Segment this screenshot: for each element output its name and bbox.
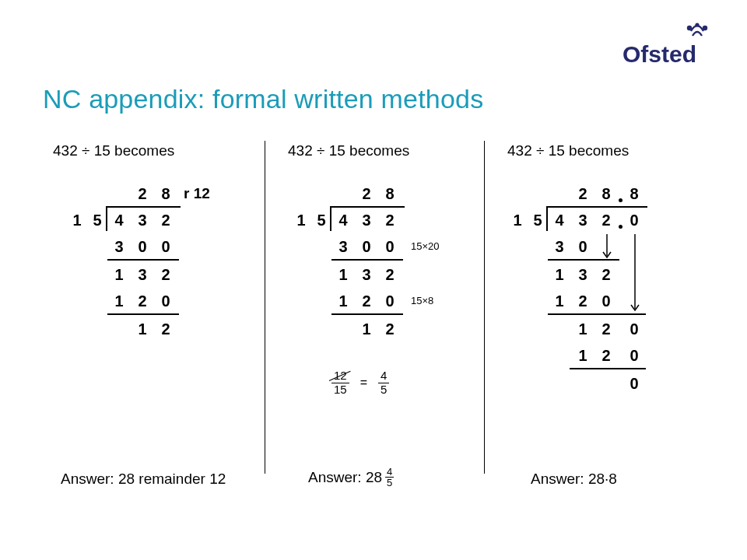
dividend-digit: 4 (549, 208, 570, 233)
frac-top: 4 (378, 369, 389, 383)
q-digit: 2 (132, 181, 153, 206)
side-note: 15×8 (411, 295, 433, 306)
answer-2: Answer: 28 4 5 (308, 467, 394, 488)
work-digit: 3 (109, 234, 129, 259)
work-digit: 0 (573, 234, 593, 259)
work-digit: 1 (333, 262, 353, 287)
divisor-digit: 5 (528, 208, 548, 233)
ans-frac-bot: 5 (387, 478, 392, 488)
dividend-digit: 3 (573, 208, 593, 233)
q-digit: 8 (380, 181, 400, 206)
dividend-digit: 4 (109, 208, 129, 233)
dividend-digit: 2 (380, 208, 400, 233)
heading-1: 432 ÷ 15 becomes (53, 142, 258, 159)
q-digit: 2 (573, 181, 593, 206)
work-digit: 2 (596, 343, 616, 368)
work-digit: 0 (380, 234, 400, 259)
answer-1: Answer: 28 remainder 12 (61, 471, 226, 488)
dividend-digit: 3 (356, 208, 377, 233)
q-digit: 8 (596, 181, 616, 206)
slide-title: NC appendix: formal written methods (43, 84, 483, 114)
work-digit: 3 (573, 262, 593, 287)
divider (265, 141, 265, 474)
work-digit: 0 (156, 234, 176, 259)
method-2: 432 ÷ 15 becomes 2 8 1 5 4 3 2 3 0 0 15×… (265, 136, 484, 502)
work-digit: 3 (132, 262, 153, 287)
divisor-digit: 1 (291, 208, 311, 233)
decimal-dot (619, 225, 622, 229)
work-digit: 2 (380, 317, 400, 341)
remainder-label: r 12 (184, 185, 210, 202)
divisor-digit: 5 (87, 208, 107, 233)
work-digit: 1 (132, 317, 153, 341)
work-digit: 0 (596, 289, 616, 313)
long-division-2: 2 8 1 5 4 3 2 3 0 0 15×20 1 3 2 1 2 0 15… (291, 181, 478, 383)
work-digit: 2 (596, 262, 616, 287)
down-arrow-icon (629, 234, 641, 315)
work-digit: 1 (109, 262, 129, 287)
work-digit: 0 (624, 371, 644, 396)
method-3: 432 ÷ 15 becomes 2 8 8 1 5 4 3 2 0 3 0 1… (484, 136, 708, 502)
work-digit: 1 (356, 317, 377, 341)
down-arrow-icon (601, 234, 613, 261)
work-digit: 0 (380, 289, 400, 313)
content-area: 432 ÷ 15 becomes 2 8 r 12 1 5 4 3 2 3 0 … (47, 136, 708, 502)
frac-bot: 5 (381, 383, 387, 397)
work-digit: 1 (109, 289, 129, 313)
decimal-dot (619, 198, 622, 202)
work-digit: 1 (549, 289, 570, 313)
ans-frac-top: 4 (385, 467, 394, 478)
work-digit: 2 (356, 289, 377, 313)
work-digit: 3 (333, 234, 353, 259)
work-digit: 1 (333, 289, 353, 313)
equals: = (360, 376, 367, 390)
q-digit: 8 (156, 181, 176, 206)
work-digit: 1 (573, 317, 593, 341)
dividend-digit: 2 (156, 208, 176, 233)
work-digit: 3 (356, 262, 377, 287)
fraction-reduction: 12 15 = 4 5 (331, 369, 389, 396)
q-digit: 2 (356, 181, 377, 206)
method-1: 432 ÷ 15 becomes 2 8 r 12 1 5 4 3 2 3 0 … (47, 136, 265, 502)
work-digit: 0 (156, 289, 176, 313)
heading-3: 432 ÷ 15 becomes (507, 142, 702, 159)
divisor-digit: 5 (311, 208, 331, 233)
side-note: 15×20 (411, 240, 440, 252)
work-digit: 0 (624, 317, 644, 341)
work-digit: 2 (596, 317, 616, 341)
dividend-digit: 0 (624, 208, 644, 233)
work-digit: 0 (624, 343, 644, 368)
dividend-digit: 4 (333, 208, 353, 233)
dividend-digit: 2 (596, 208, 616, 233)
frac-bot: 15 (334, 383, 347, 397)
work-digit: 2 (156, 317, 176, 341)
work-digit: 1 (573, 343, 593, 368)
long-division-3: 2 8 8 1 5 4 3 2 0 3 0 1 3 2 1 (507, 181, 702, 430)
work-digit: 2 (156, 262, 176, 287)
dividend-digit: 3 (132, 208, 153, 233)
answer-prefix: Answer: 28 (308, 469, 382, 486)
work-digit: 1 (549, 262, 570, 287)
work-digit: 2 (573, 289, 593, 313)
heading-2: 432 ÷ 15 becomes (288, 142, 478, 159)
long-division-1: 2 8 r 12 1 5 4 3 2 3 0 0 1 3 2 1 2 0 1 2 (67, 181, 238, 383)
work-digit: 0 (356, 234, 377, 259)
svg-text:Ofsted: Ofsted (622, 41, 696, 67)
answer-3: Answer: 28·8 (531, 471, 617, 488)
divisor-digit: 1 (507, 208, 528, 233)
ofsted-logo: Ofsted (622, 22, 716, 79)
work-digit: 2 (132, 289, 153, 313)
work-digit: 0 (132, 234, 153, 259)
divisor-digit: 1 (67, 208, 87, 233)
q-digit: 8 (624, 181, 644, 206)
divider (484, 141, 485, 474)
work-digit: 2 (380, 262, 400, 287)
work-digit: 3 (549, 234, 570, 259)
